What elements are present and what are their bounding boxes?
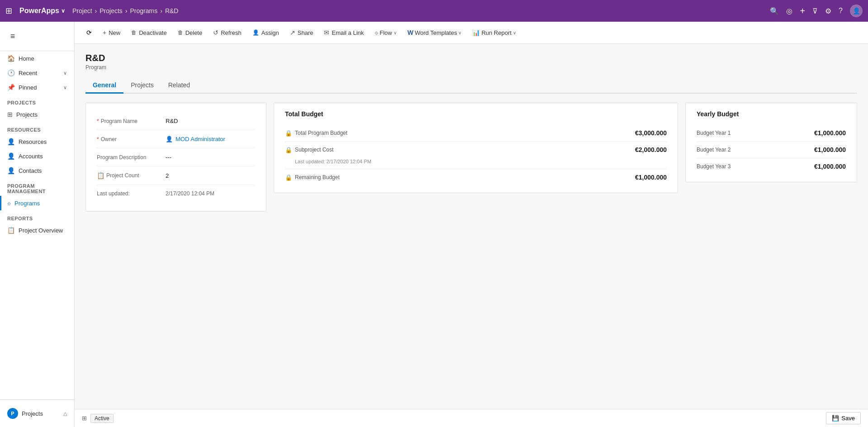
save-label: Save — [841, 415, 855, 422]
yearly-label-2: Budget Year 2 — [697, 147, 814, 153]
share-button[interactable]: ↗ Share — [285, 27, 318, 38]
word-templates-button[interactable]: W Word Templates ∨ — [403, 27, 466, 38]
save-button[interactable]: 💾 Save — [826, 412, 861, 424]
resources-icon: 👤 — [7, 138, 15, 145]
form-label-owner: * Owner — [97, 136, 160, 142]
form-value-owner[interactable]: 👤 MOD Administrator — [166, 136, 255, 142]
assign-icon: 👤 — [252, 29, 259, 36]
sidebar-label-pinned: Pinned — [19, 84, 37, 91]
form-row-owner: * Owner 👤 MOD Administrator — [97, 130, 255, 148]
budget-label-subproject: 🔒 Subproject Cost — [285, 147, 631, 153]
budget-label-remaining: 🔒 Remaining Budget — [285, 174, 631, 181]
yearly-budget-title: Yearly Budget — [697, 110, 846, 118]
add-icon[interactable]: + — [800, 6, 805, 16]
top-nav: ⊞ PowerApps ∨ Project › Projects › Progr… — [0, 0, 868, 22]
projects-icon: ⊞ — [7, 111, 13, 118]
run-report-chevron: ∨ — [513, 30, 516, 35]
sidebar-item-project-overview[interactable]: 📋 Project Overview — [0, 223, 74, 237]
sidebar-label-resources: Resources — [19, 138, 47, 145]
waffle-icon[interactable]: ⊞ — [5, 6, 12, 16]
sidebar-item-contacts[interactable]: 👤 Contacts — [0, 163, 74, 178]
cards-row: * Program Name R&D * Owner 👤 MOD Adminis… — [85, 103, 857, 212]
settings-icon[interactable]: ⚙ — [825, 7, 831, 15]
accounts-icon: 👤 — [7, 152, 15, 160]
flow-button[interactable]: ⟐ Flow ∨ — [370, 27, 401, 38]
sidebar-item-pinned[interactable]: 📌 Pinned ∨ — [0, 80, 74, 95]
recent-chevron: ∨ — [63, 70, 67, 76]
run-report-label: Run Report — [481, 29, 511, 36]
owner-person-icon: 👤 — [166, 136, 173, 142]
delete-button[interactable]: 🗑 Delete — [173, 27, 207, 38]
breadcrumb-project[interactable]: Project — [72, 7, 92, 14]
filter-icon[interactable]: ⊽ — [812, 7, 818, 15]
yearly-row-2: Budget Year 2 €1,000.000 — [697, 142, 846, 158]
breadcrumb-sep3: › — [160, 7, 162, 14]
home-icon: 🏠 — [7, 55, 15, 62]
sidebar-section-projects: Projects — [0, 95, 74, 107]
sidebar-item-recent[interactable]: 🕐 Recent ∨ — [0, 66, 74, 80]
flow-icon: ⟐ — [375, 29, 378, 36]
form-value-description: --- — [166, 154, 255, 161]
pinned-icon: 📌 — [7, 84, 15, 91]
content-area: ⟳ + New 🗑 Deactivate 🗑 Delete ↺ Refresh … — [75, 22, 868, 427]
save-icon: 💾 — [832, 415, 839, 422]
budget-value-total: €3,000.000 — [635, 129, 667, 137]
deactivate-button[interactable]: 🗑 Deactivate — [127, 27, 171, 38]
sidebar-label-home: Home — [19, 55, 34, 62]
sidebar-item-home[interactable]: 🏠 Home — [0, 51, 74, 66]
project-count-doc-icon: 📋 — [97, 172, 104, 179]
breadcrumb-programs[interactable]: Programs — [130, 7, 158, 14]
form-label-description: Program Description — [97, 154, 160, 161]
form-row-program-name: * Program Name R&D — [97, 112, 255, 130]
yearly-budget-card: Yearly Budget Budget Year 1 €1,000.000 B… — [685, 103, 857, 182]
status-badge: Active — [90, 414, 114, 423]
sidebar-menu-button[interactable]: ≡ — [4, 27, 22, 45]
new-label: New — [109, 29, 120, 36]
new-button[interactable]: + New — [98, 27, 125, 38]
project-overview-icon: 📋 — [7, 227, 15, 234]
breadcrumb-sep2: › — [125, 7, 128, 14]
app-name-chevron[interactable]: ∨ — [61, 8, 65, 14]
page-subtitle: Program — [85, 64, 857, 71]
avatar: P — [7, 408, 18, 419]
tab-projects[interactable]: Projects — [123, 78, 161, 94]
lock-icon-remaining: 🔒 — [285, 174, 292, 181]
word-templates-icon: W — [408, 29, 413, 36]
help-icon[interactable]: ? — [839, 7, 843, 15]
sidebar-item-projects[interactable]: ⊞ Projects — [0, 107, 74, 122]
yearly-value-3: €1,000.000 — [814, 163, 846, 170]
run-report-button[interactable]: 📊 Run Report ∨ — [468, 27, 520, 38]
sidebar-label-contacts: Contacts — [19, 167, 42, 174]
form-value-project-count: 2 — [166, 172, 255, 179]
sidebar: ≡ 🏠 Home 🕐 Recent ∨ 📌 Pinned ∨ Projects … — [0, 22, 75, 427]
target-icon[interactable]: ◎ — [786, 7, 792, 15]
tab-related[interactable]: Related — [161, 78, 197, 94]
budget-value-remaining: €1,000.000 — [635, 174, 667, 181]
word-templates-label: Word Templates — [415, 29, 457, 36]
sidebar-bottom-item[interactable]: P Projects △ — [0, 403, 74, 423]
flow-chevron: ∨ — [394, 30, 397, 35]
search-icon[interactable]: 🔍 — [770, 7, 779, 15]
sidebar-bottom: P Projects △ — [0, 399, 74, 427]
sidebar-section-program-management: Program Management — [0, 178, 74, 196]
sidebar-bottom-label: Projects — [22, 410, 43, 417]
required-star-program-name: * — [97, 118, 99, 124]
email-link-button[interactable]: ✉ Email a Link — [319, 27, 368, 38]
user-icon[interactable]: 👤 — [850, 5, 863, 17]
assign-label: Assign — [261, 29, 279, 36]
email-icon: ✉ — [324, 29, 329, 36]
sidebar-item-accounts[interactable]: 👤 Accounts — [0, 149, 74, 163]
history-button[interactable]: ⟳ — [82, 25, 96, 40]
sidebar-label-accounts: Accounts — [19, 153, 43, 160]
sidebar-label-project-overview: Project Overview — [19, 227, 63, 234]
share-label: Share — [298, 29, 313, 36]
refresh-button[interactable]: ↺ Refresh — [209, 27, 246, 38]
sidebar-item-resources[interactable]: 👤 Resources — [0, 134, 74, 149]
breadcrumb-rd: R&D — [165, 7, 179, 14]
breadcrumb-projects[interactable]: Projects — [100, 7, 123, 14]
sidebar-item-programs[interactable]: ⟐ Programs — [0, 196, 74, 210]
sidebar-label-recent: Recent — [19, 70, 37, 76]
assign-button[interactable]: 👤 Assign — [248, 27, 284, 38]
yearly-row-1: Budget Year 1 €1,000.000 — [697, 125, 846, 142]
tab-general[interactable]: General — [85, 78, 123, 94]
